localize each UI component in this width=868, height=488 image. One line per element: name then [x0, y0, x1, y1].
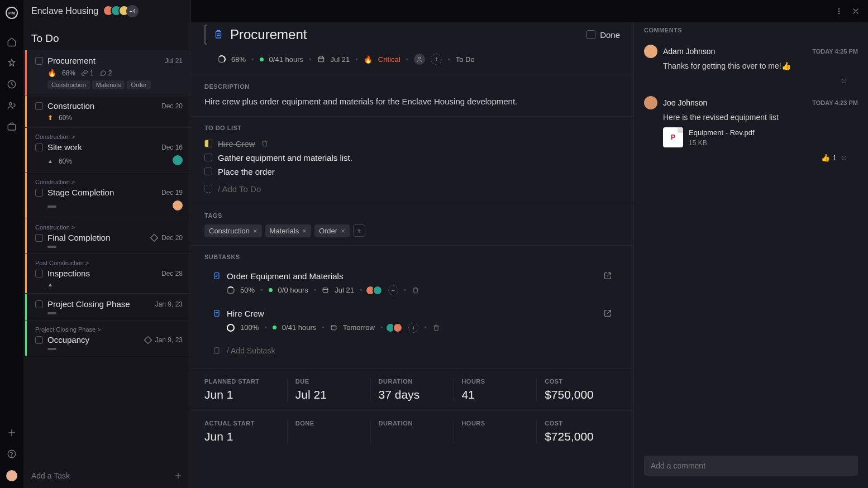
- status-text[interactable]: To Do: [456, 55, 475, 64]
- help-icon[interactable]: [7, 449, 17, 459]
- todo-item[interactable]: Hire Crew: [204, 137, 620, 151]
- todo-text: Place the order: [218, 167, 275, 176]
- remove-tag-icon[interactable]: ×: [253, 227, 257, 235]
- remove-tag-icon[interactable]: ×: [341, 227, 345, 235]
- tag: Order: [127, 80, 150, 89]
- checkbox-icon[interactable]: [35, 189, 43, 197]
- svg-rect-14: [214, 347, 219, 353]
- link-badge: 1: [81, 69, 94, 77]
- calendar-icon: [317, 55, 325, 63]
- task-item[interactable]: Construction > Final Completion Dec 20: [23, 218, 190, 254]
- home-icon[interactable]: [7, 37, 17, 47]
- attachment-name: Equipment - Rev.pdf: [689, 128, 755, 137]
- priority-text[interactable]: Critical: [378, 55, 400, 64]
- task-parent: Post Construction >: [35, 260, 183, 266]
- done-toggle[interactable]: Done: [586, 30, 620, 40]
- tag-pill[interactable]: Construction×: [204, 224, 262, 237]
- checkbox-icon[interactable]: [35, 57, 43, 65]
- checkbox-icon[interactable]: [35, 102, 43, 110]
- avatar-more: +4: [126, 5, 139, 17]
- close-icon[interactable]: [851, 7, 860, 16]
- task-parent: Construction >: [35, 133, 183, 140]
- attachment[interactable]: P Equipment - Rev.pdf 15 KB: [663, 127, 858, 147]
- checkbox-icon[interactable]: [204, 154, 212, 161]
- checkbox-icon[interactable]: [35, 300, 43, 308]
- add-assignee-button[interactable]: +: [388, 285, 398, 295]
- progress-bar-icon: [47, 205, 56, 208]
- todo-item[interactable]: Place the order: [204, 165, 620, 179]
- remove-tag-icon[interactable]: ×: [302, 227, 307, 235]
- due-text[interactable]: Jul 21: [331, 55, 350, 64]
- subtask-due[interactable]: Jul 21: [335, 286, 354, 294]
- task-date: Dec 20: [161, 234, 183, 242]
- trash-icon[interactable]: [261, 140, 269, 147]
- add-todo-input[interactable]: / Add To Do: [204, 182, 620, 196]
- add-assignee-button[interactable]: +: [431, 54, 442, 65]
- task-item[interactable]: Project Closing Phase Jan 9, 23: [23, 294, 190, 320]
- task-item[interactable]: Project Closing Phase > Occupancy Jan 9,…: [23, 320, 190, 356]
- add-tag-button[interactable]: +: [353, 224, 365, 237]
- task-date: Dec 16: [161, 143, 183, 151]
- open-external-icon[interactable]: [603, 309, 612, 318]
- trash-icon[interactable]: [432, 324, 440, 332]
- progress-circle-icon: [218, 55, 226, 63]
- assignee-avatar: [173, 200, 183, 210]
- subtask-item[interactable]: Order Equipment and Materials 50% • 0/0 …: [204, 266, 620, 301]
- clock-icon[interactable]: [7, 79, 17, 89]
- title-row: Procurement Done: [191, 16, 633, 51]
- svg-point-1: [9, 103, 12, 106]
- checkbox-icon[interactable]: [35, 336, 43, 344]
- briefcase-icon[interactable]: [7, 122, 17, 132]
- tag: Construction: [47, 80, 90, 89]
- task-item[interactable]: Construction Dec 20 ⬆ 60%: [23, 95, 190, 128]
- subtask-due[interactable]: Tomorrow: [343, 323, 375, 332]
- task-list: Procurement Jul 21 🔥 68% 1 2 Constructio…: [23, 50, 190, 463]
- add-reaction-button[interactable]: ☺: [840, 153, 848, 162]
- stat-cell: HOURS41: [454, 378, 537, 401]
- description-text[interactable]: Hire crew plus order equipment and mater…: [204, 95, 620, 108]
- people-icon[interactable]: [7, 101, 17, 111]
- app-logo[interactable]: PM: [6, 7, 18, 19]
- subtask-item[interactable]: Hire Crew 100% • 0/41 hours • Tomorrow •…: [204, 303, 620, 338]
- user-avatar[interactable]: [6, 470, 17, 481]
- checkbox-icon[interactable]: [204, 140, 212, 147]
- checkbox-icon[interactable]: [35, 143, 43, 151]
- activity-icon[interactable]: [7, 58, 17, 68]
- stat-cell: ACTUAL STARTJun 1: [204, 420, 288, 443]
- add-subtask-input[interactable]: / Add Subtask: [204, 341, 620, 361]
- task-item[interactable]: Construction > Site work Dec 16 ▲ 60%: [23, 128, 190, 173]
- reaction-pill[interactable]: 👍 1: [821, 154, 836, 162]
- task-tags: Construction Materials Order: [47, 80, 183, 89]
- task-title[interactable]: Procurement: [230, 27, 307, 42]
- tag-pill[interactable]: Order×: [314, 224, 350, 237]
- task-item[interactable]: Procurement Jul 21 🔥 68% 1 2 Constructio…: [23, 50, 190, 95]
- plus-icon[interactable]: [7, 428, 17, 438]
- task-progress: 68%: [62, 69, 75, 77]
- task-detail: 2 1 2 Enclave Housing / E-11 Procurement…: [191, 0, 633, 488]
- svg-rect-12: [214, 310, 219, 317]
- trash-icon[interactable]: [412, 286, 419, 294]
- subtask-assignees[interactable]: [388, 323, 403, 333]
- more-icon[interactable]: [834, 7, 843, 16]
- task-item[interactable]: Post Construction > Inspections Dec 28 ▲: [23, 254, 190, 294]
- checkbox-icon[interactable]: [35, 270, 43, 278]
- project-members[interactable]: +4: [106, 5, 139, 17]
- subtask-hours: 0/0 hours: [278, 286, 308, 294]
- todo-item[interactable]: Gather equipment and materials list.: [204, 151, 620, 165]
- checkbox-icon[interactable]: [35, 234, 43, 242]
- subtask-title: Hire Crew: [227, 309, 598, 318]
- assignee-button[interactable]: [414, 54, 425, 65]
- comment-input[interactable]: [644, 456, 858, 476]
- add-assignee-button[interactable]: +: [408, 323, 418, 333]
- checkbox-icon[interactable]: [204, 168, 212, 175]
- svg-rect-7: [216, 31, 221, 38]
- progress-circle-icon: [227, 324, 235, 332]
- tag-pill[interactable]: Materials×: [265, 224, 311, 237]
- subtask-progress: 100%: [240, 323, 259, 332]
- subtask-assignees[interactable]: [368, 285, 383, 295]
- add-reaction-button[interactable]: ☺: [840, 76, 848, 85]
- add-task-button[interactable]: Add a Task: [23, 463, 190, 488]
- dot-icon: [260, 58, 264, 61]
- open-external-icon[interactable]: [603, 271, 612, 280]
- task-item[interactable]: Construction > Stage Completion Dec 19: [23, 173, 190, 218]
